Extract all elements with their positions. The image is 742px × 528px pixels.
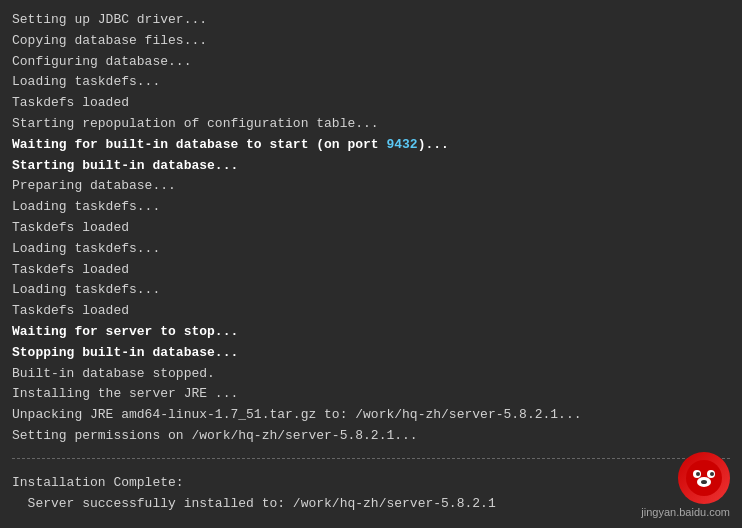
log-line-13: Taskdefs loaded bbox=[12, 260, 730, 281]
log-line-11: Taskdefs loaded bbox=[12, 218, 730, 239]
log-line-3: Configuring database... bbox=[12, 52, 730, 73]
installation-complete-section: Installation Complete: Server successful… bbox=[12, 467, 730, 515]
log-line-8: Starting built-in database... bbox=[12, 156, 730, 177]
log-line-2: Copying database files... bbox=[12, 31, 730, 52]
terminal-window: Setting up JDBC driver... Copying databa… bbox=[0, 0, 742, 528]
log-line-5: Taskdefs loaded bbox=[12, 93, 730, 114]
log-line-1: Setting up JDBC driver... bbox=[12, 10, 730, 31]
log-line-15: Taskdefs loaded bbox=[12, 301, 730, 322]
svg-point-4 bbox=[696, 472, 700, 476]
log-line-21: Setting permissions on /work/hq-zh/serve… bbox=[12, 426, 730, 447]
baidu-logo-icon bbox=[678, 452, 730, 504]
section-divider bbox=[12, 458, 730, 459]
log-line-22: Setting permissions on server binaries..… bbox=[12, 447, 730, 450]
svg-point-5 bbox=[710, 472, 714, 476]
log-line-6: Starting repopulation of configuration t… bbox=[12, 114, 730, 135]
log-line-4: Loading taskdefs... bbox=[12, 72, 730, 93]
log-line-7: Waiting for built-in database to start (… bbox=[12, 135, 730, 156]
svg-point-6 bbox=[701, 480, 707, 484]
log-line-20: Unpacking JRE amd64-linux-1.7_51.tar.gz … bbox=[12, 405, 730, 426]
log-line-16: Waiting for server to stop... bbox=[12, 322, 730, 343]
footer-line-2: Server successfully installed to: /work/… bbox=[12, 494, 730, 515]
log-line-19: Installing the server JRE ... bbox=[12, 384, 730, 405]
watermark: jingyan.baidu.com bbox=[641, 452, 730, 518]
footer-line-1: Installation Complete: bbox=[12, 473, 730, 494]
log-line-17: Stopping built-in database... bbox=[12, 343, 730, 364]
log-line-18: Built-in database stopped. bbox=[12, 364, 730, 385]
terminal-output: Setting up JDBC driver... Copying databa… bbox=[12, 10, 730, 450]
log-line-14: Loading taskdefs... bbox=[12, 280, 730, 301]
log-line-9: Preparing database... bbox=[12, 176, 730, 197]
log-line-12: Loading taskdefs... bbox=[12, 239, 730, 260]
log-line-10: Loading taskdefs... bbox=[12, 197, 730, 218]
watermark-site-label: jingyan.baidu.com bbox=[641, 506, 730, 518]
